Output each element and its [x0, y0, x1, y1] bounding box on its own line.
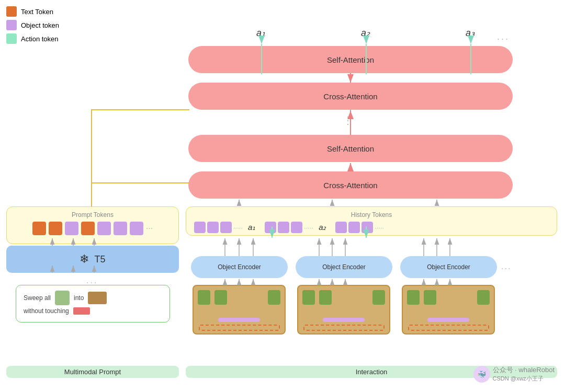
htok-g1-1 — [194, 222, 206, 233]
scene3-stripe — [427, 318, 469, 322]
scene1-plant2 — [214, 290, 227, 305]
action-label-a3: a₃ — [466, 27, 474, 39]
action-label-a1: a₁ — [256, 27, 265, 39]
object-encoder-2: Object Encoder — [296, 256, 392, 278]
prompt-tok-obj-2 — [97, 222, 111, 235]
t5-label: T5 — [94, 254, 105, 265]
object-encoder-3: Object Encoder — [400, 256, 497, 278]
t5-block: ❄ T5 — [6, 246, 179, 273]
history-a1-label: a₁ — [248, 222, 259, 232]
prompt-line1: Sweep all into — [24, 291, 162, 305]
legend-text-token: Text Token — [6, 6, 59, 17]
legend: Text Token Object token Action token — [6, 6, 59, 44]
prompt-line2: without touching — [24, 307, 162, 315]
cross-attention-top: Cross-Attention — [188, 83, 513, 110]
snowflake-icon: ❄ — [80, 252, 89, 266]
htok-g3-1 — [335, 222, 347, 233]
scene2-stripe — [323, 318, 365, 322]
watermark-logo: 🐳 — [473, 366, 490, 383]
scene2-plant2 — [319, 290, 332, 305]
scene3-plant2 — [424, 290, 436, 305]
legend-action-token: Action token — [6, 33, 59, 44]
htok-g3-3 — [361, 222, 373, 233]
scene2-border — [303, 325, 385, 331]
prompt-dots: ··· — [146, 224, 153, 233]
legend-text-token-label: Text Token — [21, 8, 53, 16]
object-encoder-1: Object Encoder — [191, 256, 288, 278]
prompt-tok-text-3 — [81, 222, 95, 235]
prompt-tok-obj-4 — [130, 222, 143, 235]
prompt-section: Prompt Tokens ··· — [6, 206, 179, 244]
history-group-3: ····· — [335, 222, 384, 233]
scene1-stripe — [218, 318, 260, 322]
htok-g2-2 — [278, 222, 289, 233]
scene3-plant1 — [407, 290, 420, 305]
action-token-color — [6, 33, 17, 44]
history-group-1: ····· — [194, 222, 243, 233]
text-token-color — [6, 6, 17, 17]
prompt-tok-text-2 — [49, 222, 62, 235]
htok-g1-dots: ····· — [233, 224, 243, 232]
scene2-plant3 — [372, 290, 385, 305]
history-a2-label: a₂ — [319, 222, 330, 232]
plant-icon — [55, 291, 70, 305]
prompt-section-label: Prompt Tokens — [12, 211, 173, 218]
scene-image-3 — [402, 285, 495, 335]
htok-g3-2 — [348, 222, 360, 233]
prompt-tok-obj-3 — [114, 222, 127, 235]
prompt-text-box: Sweep all into without touching — [16, 285, 170, 322]
basket-icon — [88, 292, 107, 304]
history-section: History Tokens ····· a₁ ····· a₂ ····· — [186, 206, 557, 236]
scene1-plant3 — [268, 290, 280, 305]
cross-attention-mid: Cross-Attention — [188, 171, 513, 199]
scene2-plant1 — [302, 290, 315, 305]
mid-dots: ⋮ — [343, 114, 355, 126]
top-dots: ··· — [497, 33, 510, 44]
legend-action-token-label: Action token — [21, 35, 59, 43]
into-text: into — [74, 294, 84, 302]
scene3-border — [408, 325, 489, 331]
watermark-text: 公众号 · whaleRobot CSDN @xwz小王子 — [493, 365, 555, 383]
scene-image-1 — [193, 285, 286, 335]
htok-g1-3 — [220, 222, 232, 233]
scene3-plant3 — [477, 290, 490, 305]
multimodal-prompt-label: Multimodal Prompt — [6, 366, 179, 378]
history-token-groups: ····· a₁ ····· a₂ ····· — [191, 222, 551, 233]
scene-image-2 — [297, 285, 390, 335]
htok-g2-1 — [265, 222, 276, 233]
sweep-text: Sweep all — [24, 294, 51, 302]
action-label-a2: a₂ — [361, 27, 370, 39]
watermark: 🐳 公众号 · whaleRobot CSDN @xwz小王子 — [473, 365, 555, 383]
legend-object-token: Object token — [6, 20, 59, 30]
encoder-dots: ··· — [501, 264, 511, 273]
legend-object-token-label: Object token — [21, 21, 59, 29]
htok-g2-dots: ····· — [304, 224, 313, 232]
red-obj-icon — [73, 307, 90, 315]
prompt-token-row: ··· — [12, 222, 173, 235]
scene1-plant1 — [198, 290, 210, 305]
prompt-tok-obj-1 — [65, 222, 78, 235]
self-attention-mid: Self-Attention — [188, 135, 513, 162]
htok-g2-3 — [291, 222, 302, 233]
history-group-2: ····· — [265, 222, 313, 233]
without-touching-text: without touching — [24, 307, 69, 315]
prompt-tok-text-1 — [32, 222, 46, 235]
history-section-label: History Tokens — [191, 211, 551, 218]
object-token-color — [6, 20, 17, 30]
self-attention-top: Self-Attention — [188, 46, 513, 73]
htok-g3-dots: ····· — [375, 224, 384, 232]
scene1-border — [199, 325, 280, 331]
htok-g1-2 — [207, 222, 219, 233]
